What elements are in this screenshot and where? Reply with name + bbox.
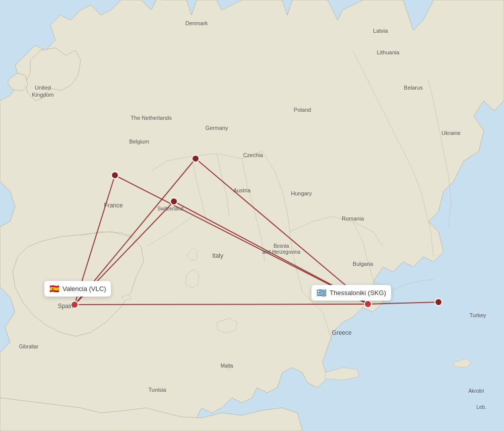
svg-text:Leb.: Leb. [476, 404, 486, 410]
svg-point-9 [111, 172, 118, 179]
svg-text:and Herzegovina: and Herzegovina [262, 249, 300, 255]
svg-text:Turkey: Turkey [469, 312, 486, 318]
valencia-airport-label[interactable]: 🇪🇸 Valencia (VLC) [44, 281, 111, 297]
svg-point-10 [192, 155, 199, 162]
svg-text:The Netherlands: The Netherlands [131, 115, 172, 121]
svg-text:United: United [35, 85, 51, 91]
map-container: Denmark Latvia Lithuania United Kingdom … [0, 0, 504, 431]
map-svg: Denmark Latvia Lithuania United Kingdom … [0, 0, 504, 431]
svg-text:Germany: Germany [205, 125, 228, 131]
svg-text:Akrotiri: Akrotiri [468, 388, 484, 394]
svg-text:Bosnia: Bosnia [274, 243, 289, 249]
svg-text:Malta: Malta [221, 363, 233, 369]
spain-flag: 🇪🇸 [49, 284, 59, 294]
svg-line-4 [75, 304, 368, 305]
thessaloniki-airport-label[interactable]: 🇬🇷 Thessaloniki (SKG) [311, 285, 391, 301]
valencia-airport-text: Valencia (VLC) [62, 285, 106, 293]
svg-text:Denmark: Denmark [185, 20, 208, 26]
greece-flag: 🇬🇷 [317, 288, 327, 298]
svg-text:Romania: Romania [342, 216, 364, 222]
svg-text:Greece: Greece [332, 329, 352, 336]
svg-text:France: France [104, 202, 123, 209]
svg-text:Bulgaria: Bulgaria [353, 261, 373, 267]
svg-point-14 [364, 301, 371, 308]
svg-text:Austria: Austria [233, 187, 251, 193]
svg-text:Ukraine: Ukraine [442, 130, 461, 136]
svg-text:Gibraltar: Gibraltar [19, 344, 39, 349]
svg-point-11 [170, 198, 177, 205]
svg-text:Spain: Spain [58, 303, 74, 310]
svg-text:Belarus: Belarus [404, 85, 423, 91]
svg-text:Tunisia: Tunisia [148, 387, 166, 393]
svg-text:Italy: Italy [212, 252, 223, 259]
svg-text:Poland: Poland [294, 107, 311, 113]
svg-text:Belgium: Belgium [129, 138, 149, 145]
svg-text:Czechia: Czechia [243, 152, 264, 158]
thessaloniki-airport-text: Thessaloniki (SKG) [330, 289, 386, 297]
svg-point-12 [435, 299, 442, 306]
svg-text:Latvia: Latvia [373, 28, 388, 34]
svg-text:Hungary: Hungary [291, 190, 312, 196]
svg-text:Kingdom: Kingdom [32, 92, 53, 98]
svg-text:Switzerland: Switzerland [157, 206, 183, 211]
svg-text:Lithuania: Lithuania [377, 49, 400, 55]
